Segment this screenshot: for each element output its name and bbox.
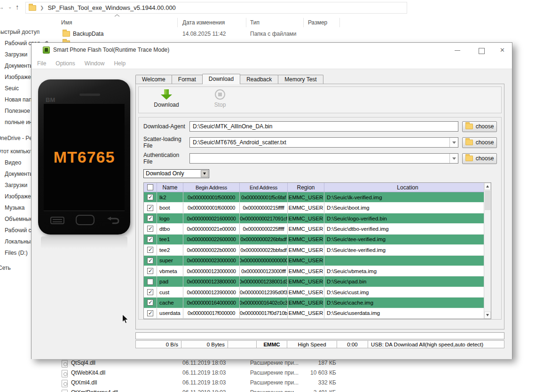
phone-speaker-icon bbox=[79, 94, 100, 96]
cell-name: cache bbox=[157, 298, 183, 307]
title-bar[interactable]: Smart Phone Flash Tool(Runtime Trace Mod… bbox=[31, 43, 512, 58]
explorer-row-backupdata[interactable]: BackupData 14.08.2025 11:42 Папка с файл… bbox=[54, 30, 551, 40]
column-separator[interactable] bbox=[246, 18, 246, 27]
phone-back-button-icon bbox=[107, 217, 120, 225]
auth-file-input[interactable] bbox=[190, 154, 449, 163]
sidebar-item-label: Сеть bbox=[0, 265, 11, 271]
phone-menu-button-icon bbox=[50, 217, 64, 224]
file-date: 06.11.2019 18:03 bbox=[182, 389, 226, 392]
cell-end-address: 0x000000012395d0f3 bbox=[240, 287, 288, 297]
row-checkbox[interactable] bbox=[144, 224, 157, 234]
scatter-dropdown-icon[interactable] bbox=[449, 138, 458, 147]
explorer-file-row[interactable]: QtWebKit4.dll 06.11.2019 18:03 Расширени… bbox=[54, 369, 551, 379]
table-row-tee1[interactable]: tee1 0x0000000022600000 0x00000000226bfa… bbox=[144, 235, 485, 245]
maximize-button[interactable] bbox=[472, 43, 490, 58]
menu-window[interactable]: Window bbox=[85, 60, 105, 67]
table-row-pad[interactable]: pad 0x0000000123800000 0x00000001238001d… bbox=[144, 276, 485, 287]
cell-end-address: 0x0000000000000000 bbox=[240, 256, 288, 266]
header-region[interactable]: Region bbox=[288, 183, 324, 192]
phone-home-button-icon bbox=[76, 215, 94, 225]
cell-end-address: 0x000000001f5c6faf bbox=[240, 192, 288, 202]
menu-file[interactable]: File bbox=[37, 60, 46, 67]
dll-file-icon bbox=[62, 370, 68, 377]
table-row-tee2[interactable]: tee2 0x0000000022b00000 0x0000000022bbfa… bbox=[144, 245, 485, 255]
scroll-down-icon[interactable] bbox=[484, 312, 491, 319]
download-mode-select[interactable]: Download Only bbox=[143, 169, 209, 178]
row-checkbox[interactable] bbox=[144, 298, 157, 307]
tab-welcome[interactable]: Welcome bbox=[135, 75, 172, 84]
row-checkbox[interactable] bbox=[144, 256, 157, 266]
download-agent-choose-button[interactable]: choose bbox=[462, 121, 497, 132]
table-row-lk2[interactable]: lk2 0x000000001f500000 0x000000001f5c6fa… bbox=[144, 192, 485, 203]
column-separator[interactable] bbox=[303, 18, 304, 27]
cell-name: cust bbox=[157, 287, 183, 297]
sidebar-item-быстрый-доступ[interactable]: Быстрый доступ bbox=[0, 26, 53, 38]
scrollbar-thumb[interactable] bbox=[485, 190, 490, 210]
row-checkbox[interactable] bbox=[144, 287, 157, 297]
minimize-button[interactable] bbox=[448, 43, 467, 58]
column-separator[interactable] bbox=[177, 18, 178, 27]
breadcrumb[interactable]: SP_Flash_Tool_exe_Windows_v5.1944.00.000 bbox=[47, 4, 175, 11]
auth-file-combo[interactable] bbox=[189, 153, 458, 164]
row-checkbox[interactable] bbox=[144, 276, 157, 286]
explorer-file-row[interactable]: QtXml4.dll 06.11.2019 18:03 Расширение п… bbox=[54, 379, 551, 389]
column-header-type[interactable]: Тип bbox=[250, 19, 260, 26]
close-button[interactable] bbox=[493, 43, 512, 58]
up-icon[interactable]: ↑ bbox=[16, 3, 19, 11]
explorer-file-row[interactable]: QtSql4.dll 06.11.2019 18:03 Расширение п… bbox=[54, 359, 551, 369]
table-scrollbar[interactable] bbox=[484, 183, 491, 319]
table-row-super[interactable]: super 0x0000000023000000 0x0000000000000… bbox=[144, 256, 485, 266]
header-location[interactable]: Location bbox=[324, 183, 491, 192]
tab-format[interactable]: Format bbox=[172, 75, 203, 84]
header-name[interactable]: Name bbox=[157, 183, 183, 192]
chevron-down-icon[interactable]: ⌄ bbox=[8, 4, 12, 9]
menu-options[interactable]: Options bbox=[55, 60, 75, 67]
row-checkbox[interactable] bbox=[144, 245, 157, 255]
row-checkbox[interactable] bbox=[144, 266, 157, 276]
row-checkbox[interactable] bbox=[144, 203, 157, 212]
sidebar-item-label: OneDrive - Pe bbox=[0, 135, 32, 141]
scatter-choose-button[interactable]: choose bbox=[462, 137, 497, 148]
folder-icon bbox=[465, 124, 473, 129]
table-row-userdata[interactable]: userdata 0x000000017f000000 0x000000017f… bbox=[144, 308, 485, 319]
column-header-name[interactable]: Имя bbox=[61, 19, 72, 26]
tab-readback[interactable]: Readback bbox=[240, 75, 278, 84]
table-row-vbmeta[interactable]: vbmeta 0x0000000123000000 0x000000012300… bbox=[144, 266, 485, 276]
column-header-size[interactable]: Размер bbox=[308, 19, 327, 26]
explorer-toolbar: → ⌄ ↑ ❯ SP_Flash_Tool_exe_Windows_v5.194… bbox=[0, 0, 551, 16]
address-bar[interactable]: ❯ SP_Flash_Tool_exe_Windows_v5.1944.00.0… bbox=[25, 2, 407, 14]
auth-choose-button[interactable]: choose bbox=[462, 153, 497, 164]
header-end-address[interactable]: End Address bbox=[240, 183, 288, 192]
cell-region: EMMC_USER bbox=[288, 276, 324, 286]
explorer-file-row[interactable]: QtXmlPatterns4.dll 06.11.2019 18:03 Расш… bbox=[54, 389, 551, 392]
tab-download[interactable]: Download bbox=[202, 74, 240, 84]
download-agent-field[interactable] bbox=[189, 121, 458, 132]
auth-dropdown-icon[interactable] bbox=[449, 154, 458, 163]
table-row-logo[interactable]: logo 0x0000000021600000 0x00000000217091… bbox=[144, 213, 485, 224]
column-separator[interactable] bbox=[339, 18, 340, 27]
choose-button-label: choose bbox=[476, 123, 494, 130]
stop-button[interactable]: Stop bbox=[199, 89, 241, 108]
forward-icon[interactable]: → bbox=[0, 3, 4, 11]
header-begin-address[interactable]: Begin Address bbox=[183, 183, 240, 192]
download-button[interactable]: Download bbox=[145, 89, 188, 108]
select-all-checkbox[interactable] bbox=[144, 183, 157, 192]
tab-memory-test[interactable]: Memory Test bbox=[278, 75, 323, 84]
scroll-up-icon[interactable] bbox=[484, 183, 491, 190]
cell-name: userdata bbox=[157, 308, 183, 318]
table-row-cust[interactable]: cust 0x0000000123900000 0x000000012395d0… bbox=[144, 287, 485, 298]
row-checkbox[interactable] bbox=[144, 192, 157, 202]
mode-dropdown-icon[interactable] bbox=[201, 170, 208, 177]
column-header-date[interactable]: Дата изменения bbox=[182, 19, 225, 26]
table-row-dtbo[interactable]: dtbo 0x0000000021e00000 0x00000000225fff… bbox=[144, 224, 485, 234]
scatter-file-input[interactable] bbox=[190, 138, 449, 147]
row-checkbox[interactable] bbox=[144, 308, 157, 318]
scatter-file-combo[interactable] bbox=[189, 137, 458, 148]
row-checkbox[interactable] bbox=[144, 235, 157, 244]
table-row-cache[interactable]: cache 0x0000000164000000 0x000000016402c… bbox=[144, 298, 485, 308]
cell-begin-address: 0x0000000123800000 bbox=[183, 276, 240, 286]
table-row-boot[interactable]: boot 0x000000001f600000 0x00000000215fff… bbox=[144, 203, 485, 213]
row-checkbox[interactable] bbox=[144, 213, 157, 223]
download-agent-input[interactable] bbox=[190, 122, 458, 131]
menu-help[interactable]: Help bbox=[114, 60, 126, 67]
